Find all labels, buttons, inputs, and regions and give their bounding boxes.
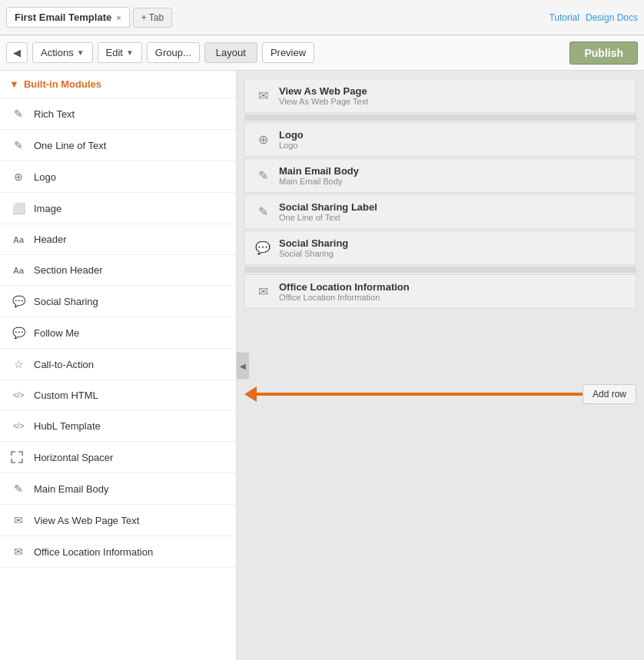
module-name: Social Sharing Label — [279, 201, 377, 213]
add-row-button[interactable]: Add row — [583, 384, 636, 404]
globe-icon: ⊕ — [11, 171, 26, 183]
email-icon: ✉ — [254, 284, 271, 299]
sidebar-item-logo[interactable]: ⊕ Logo — [0, 161, 236, 193]
module-name: Social Sharing — [279, 237, 348, 249]
separator — [244, 267, 636, 273]
canvas-row-view-as-web-page[interactable]: ✉ View As Web Page View As Web Page Text — [244, 78, 636, 113]
module-sub: Office Location Information — [279, 293, 410, 302]
image-icon: ⬜ — [11, 202, 26, 214]
sidebar-item-label: Social Sharing — [34, 296, 98, 307]
back-icon: ◀ — [13, 47, 21, 58]
main-layout: ▼ Built-in Modules ✎ Rich Text ✎ One Lin… — [0, 71, 644, 660]
chat-icon: 💬 — [254, 240, 271, 255]
edit-label: Edit — [106, 47, 123, 58]
sidebar-item-label: Custom HTML — [34, 390, 98, 401]
sidebar-item-social-sharing[interactable]: 💬 Social Sharing — [0, 286, 236, 317]
arrow-line — [255, 393, 583, 396]
sidebar-item-label: View As Web Page Text — [34, 515, 139, 526]
sidebar-item-label: HubL Template — [34, 420, 101, 432]
add-tab-button[interactable]: + Tab — [133, 8, 172, 28]
module-sub: Main Email Body — [279, 177, 359, 186]
sidebar-item-header[interactable]: Aa Header — [0, 224, 236, 255]
module-name: View As Web Page — [279, 85, 368, 97]
actions-label: Actions — [41, 47, 74, 58]
sidebar-collapse-icon: ▼ — [9, 78, 19, 90]
tutorial-link[interactable]: Tutorial — [549, 12, 579, 23]
canvas-row-main-email-body[interactable]: ✎ Main Email Body Main Email Body — [244, 158, 636, 193]
pencil-icon: ✎ — [11, 108, 26, 120]
sidebar-item-label: Section Header — [34, 264, 103, 276]
sidebar-item-label: Follow Me — [34, 327, 79, 339]
sidebar-item-rich-text[interactable]: ✎ Rich Text — [0, 98, 236, 130]
globe-icon: ⊕ — [254, 132, 271, 147]
active-tab[interactable]: First Email Template × — [6, 7, 130, 28]
toolbar: ◀ Actions ▼ Edit ▼ Group... Layout Previ… — [0, 35, 644, 71]
layout-label: Layout — [216, 47, 246, 58]
code-icon: </> — [11, 422, 26, 430]
sidebar-item-label: Call-to-Action — [34, 359, 94, 370]
tab-close-button[interactable]: × — [116, 13, 121, 22]
sidebar-item-office-location[interactable]: ✉ Office Location Information — [0, 536, 236, 568]
module-sub: Social Sharing — [279, 249, 348, 258]
sidebar-item-main-email-body[interactable]: ✎ Main Email Body — [0, 473, 236, 505]
sidebar-item-one-line-text[interactable]: ✎ One Line of Text — [0, 130, 236, 161]
canvas-modules: ✉ View As Web Page View As Web Page Text… — [237, 78, 644, 309]
canvas-row-office-location[interactable]: ✉ Office Location Information Office Loc… — [244, 274, 636, 309]
group-button[interactable]: Group... — [147, 42, 200, 63]
sidebar-item-follow-me[interactable]: 💬 Follow Me — [0, 317, 236, 349]
chat-icon: 💬 — [11, 327, 26, 339]
pencil-icon: ✎ — [11, 483, 26, 495]
preview-label: Preview — [271, 47, 306, 58]
chat-icon: 💬 — [11, 295, 26, 307]
collapse-handle[interactable]: ◀ — [237, 352, 249, 379]
module-sub: View As Web Page Text — [279, 97, 368, 106]
sidebar-item-hubl-template[interactable]: </> HubL Template — [0, 411, 236, 442]
sidebar-item-label: Office Location Information — [34, 546, 153, 558]
module-name: Logo — [279, 129, 304, 141]
email-icon: ✉ — [11, 514, 26, 526]
module-name: Main Email Body — [279, 165, 359, 177]
sidebar-item-section-header[interactable]: Aa Section Header — [0, 255, 236, 286]
canvas-row-social-sharing-label[interactable]: ✎ Social Sharing Label One Line of Text — [244, 194, 636, 229]
sidebar-item-label: Logo — [34, 171, 56, 183]
module-sub: Logo — [279, 141, 304, 150]
code-icon: </> — [11, 391, 26, 400]
email-icon: ✉ — [254, 88, 271, 103]
canvas-row-social-sharing[interactable]: 💬 Social Sharing Social Sharing — [244, 231, 636, 265]
add-row-area: Add row — [237, 384, 644, 404]
add-row-label: Add row — [593, 389, 626, 400]
sidebar-item-call-to-action[interactable]: ☆ Call-to-Action — [0, 349, 236, 380]
edit-button[interactable]: Edit ▼ — [98, 42, 142, 63]
publish-button[interactable]: Publish — [569, 41, 638, 65]
sidebar-item-label: Rich Text — [34, 108, 75, 120]
actions-button[interactable]: Actions ▼ — [32, 42, 93, 63]
tab-bar: First Email Template × + Tab Tutorial De… — [0, 0, 644, 35]
sidebar-item-image[interactable]: ⬜ Image — [0, 193, 236, 224]
module-sub: One Line of Text — [279, 213, 377, 222]
layout-button[interactable]: Layout — [204, 42, 257, 63]
sidebar-item-custom-html[interactable]: </> Custom HTML — [0, 380, 236, 411]
actions-chevron: ▼ — [77, 48, 85, 57]
publish-label: Publish — [584, 47, 623, 59]
design-docs-link[interactable]: Design Docs — [586, 12, 638, 23]
sidebar-item-horizontal-spacer[interactable]: Horizontal Spacer — [0, 442, 236, 473]
tab-title: First Email Template — [15, 12, 111, 23]
top-right-links: Tutorial Design Docs — [549, 12, 638, 23]
sidebar-item-label: Main Email Body — [34, 483, 109, 495]
sidebar-item-label: One Line of Text — [34, 140, 106, 151]
separator — [244, 114, 636, 121]
module-name: Office Location Information — [279, 281, 410, 293]
preview-button[interactable]: Preview — [262, 42, 314, 63]
sidebar-header-title: Built-in Modules — [24, 78, 101, 90]
section-header-icon: Aa — [11, 266, 26, 275]
pencil-icon: ✎ — [11, 139, 26, 151]
content-area: ✉ View As Web Page View As Web Page Text… — [237, 71, 644, 660]
back-button[interactable]: ◀ — [6, 42, 28, 63]
sidebar-item-label: Image — [34, 203, 61, 214]
email-icon: ✉ — [11, 546, 26, 558]
canvas-row-logo[interactable]: ⊕ Logo Logo — [244, 122, 636, 157]
edit-chevron: ▼ — [126, 48, 134, 57]
spacer-icon — [11, 451, 23, 463]
sidebar-item-view-as-web-page[interactable]: ✉ View As Web Page Text — [0, 505, 236, 536]
header-icon: Aa — [11, 235, 26, 244]
